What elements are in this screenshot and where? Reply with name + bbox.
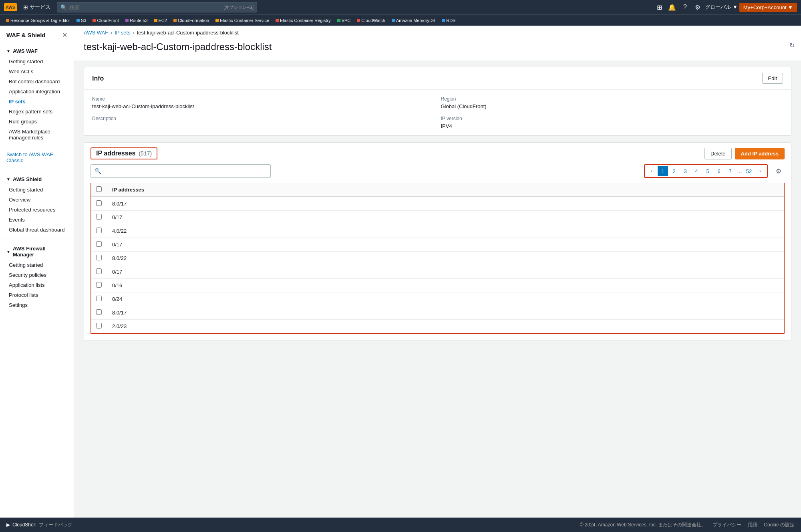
sidebar-item-rule-groups[interactable]: Rule groups [0,117,74,127]
service-tag-ecs[interactable]: Elastic Container Service [213,17,272,24]
service-tag-route53[interactable]: Route 53 [123,17,151,24]
grid-icon-button[interactable]: ⊞ [654,2,665,13]
pagination-page-2[interactable]: 2 [669,166,679,176]
table-settings-button[interactable]: ⚙ [773,165,785,177]
row-checkbox-8[interactable] [96,309,102,315]
service-tag-ec2[interactable]: EC2 [151,17,170,24]
sidebar-item-regex-pattern-sets[interactable]: Regex pattern sets [0,107,74,117]
refresh-button[interactable]: ↻ [789,42,795,49]
service-tag-vpc[interactable]: VPC [334,17,354,24]
breadcrumb-link-ipsets[interactable]: IP sets [115,30,131,36]
pagination-prev[interactable]: ‹ [646,166,657,176]
global-search[interactable]: 🔍 [オプション+S] [57,2,257,12]
sidebar-item-protocol-lists[interactable]: Protocol lists [0,290,74,300]
sidebar-switch-classic[interactable]: Switch to AWS WAF Classic [0,149,74,165]
pagination: ‹ 1 2 3 4 5 6 7 … 52 › [644,164,768,178]
sidebar-title: WAF & Shield [6,32,46,38]
search-input-wrap: 🔍 [91,164,271,178]
sidebar-divider-2 [0,169,74,169]
sidebar-section-shield[interactable]: ▼ AWS Shield [0,172,74,185]
sidebar-item-global-threat[interactable]: Global threat dashboard [0,225,74,235]
sidebar-header: WAF & Shield ✕ [0,26,74,44]
aws-logo: AWS [4,3,17,11]
service-tag-cloudwatch[interactable]: CloudWatch [354,17,388,24]
breadcrumb-link-waf[interactable]: AWS WAF [84,30,108,36]
service-tag-ecr[interactable]: Elastic Container Registry [273,17,334,24]
search-input[interactable] [69,4,221,10]
sidebar-close-button[interactable]: ✕ [62,31,67,39]
table-row: 0/17 [91,265,784,279]
search-pagination-row: 🔍 ‹ 1 2 3 4 5 6 [84,164,791,183]
row-checkbox-2[interactable] [96,228,102,233]
sidebar-item-security-policies[interactable]: Security policies [0,270,74,280]
pagination-page-52[interactable]: 52 [744,166,754,176]
sidebar-item-application-lists[interactable]: Application lists [0,280,74,290]
sidebar-item-getting-started[interactable]: Getting started [0,56,74,66]
pagination-page-6[interactable]: 6 [714,166,724,176]
bell-icon-button[interactable]: 🔔 [666,2,678,13]
firewall-section-arrow: ▼ [6,250,10,254]
info-value-region: Global (CloudFront) [441,103,783,109]
feedback-link[interactable]: フィードバック [39,522,72,528]
nav-right: ⊞ 🔔 ? ⚙ グローバル ▼ My+Corp+Account ▼ [654,2,797,13]
breadcrumb-current: test-kaji-web-acl-Custom-ipaddress-block… [137,30,239,36]
pagination-page-5[interactable]: 5 [702,166,713,176]
row-checkbox-1[interactable] [96,214,102,220]
row-checkbox-cell [91,224,107,238]
sidebar-item-protected-resources[interactable]: Protected resources [0,205,74,215]
col-ip-addresses: IP addresses [107,183,784,197]
global-region-button[interactable]: グローバル ▼ [705,4,737,11]
select-all-checkbox[interactable] [96,186,102,192]
row-checkbox-3[interactable] [96,241,102,247]
info-label-name: Name [92,96,435,102]
sidebar-item-shield-overview[interactable]: Overview [0,195,74,205]
service-tag-s3[interactable]: S3 [74,17,89,24]
pagination-page-4[interactable]: 4 [691,166,702,176]
sidebar-item-ip-sets[interactable]: IP sets [0,97,74,107]
add-ip-button[interactable]: Add IP address [735,148,785,159]
pagination-page-1[interactable]: 1 [658,166,668,176]
sidebar-section-firewall[interactable]: ▼ AWS Firewall Manager [0,242,74,260]
services-menu-button[interactable]: ⊞ サービス [20,2,54,12]
sidebar-item-settings[interactable]: Settings [0,300,74,310]
edit-button[interactable]: Edit [762,73,783,84]
sidebar-item-aws-marketplace[interactable]: AWS Marketplace managed rules [0,127,74,143]
row-checkbox-5[interactable] [96,268,102,274]
footer-cookie-link[interactable]: Cookie の設定 [764,522,795,528]
info-field-region: Region Global (CloudFront) [441,96,783,109]
row-checkbox-cell [91,306,107,320]
cloudshell-button[interactable]: ▶ CloudShell [6,522,36,528]
footer-terms-link[interactable]: 用語 [748,522,757,528]
row-checkbox-6[interactable] [96,282,102,288]
row-checkbox-4[interactable] [96,255,102,260]
service-tag-memorydb[interactable]: Amazon MemoryDB [389,17,438,24]
pagination-page-7[interactable]: 7 [725,166,735,176]
pagination-next[interactable]: › [755,166,765,176]
account-menu-button[interactable]: My+Corp+Account ▼ [739,3,797,12]
sidebar-section-waf[interactable]: ▼ AWS WAF [0,44,74,56]
sidebar-item-fw-getting-started[interactable]: Getting started [0,260,74,270]
sidebar-item-shield-getting-started[interactable]: Getting started [0,185,74,195]
sidebar-item-events[interactable]: Events [0,215,74,225]
delete-button[interactable]: Delete [704,148,732,159]
help-icon-button[interactable]: ? [679,2,690,13]
row-checkbox-7[interactable] [96,296,102,301]
sidebar-item-bot-control[interactable]: Bot control dashboard [0,77,74,87]
service-tag-rds[interactable]: RDS [439,17,458,24]
row-checkbox-0[interactable] [96,200,102,206]
service-tag-cloudfront[interactable]: CloudFront [90,17,121,24]
service-tag-cloudformation[interactable]: CloudFormation [171,17,212,24]
row-checkbox-9[interactable] [96,323,102,328]
ip-search-input[interactable] [91,164,271,178]
sidebar-item-web-acls[interactable]: Web ACLs [0,66,74,77]
service-tag-resource-groups[interactable]: Resource Groups & Tag Editor [3,17,73,24]
settings-icon-button[interactable]: ⚙ [692,2,703,13]
sidebar-item-app-integration[interactable]: Application integration [0,87,74,97]
row-checkbox-cell [91,279,107,292]
footer-privacy-link[interactable]: プライバシー [712,522,741,528]
row-ip-cell: 0/24 [107,292,784,306]
table-row: 8.0/17 [91,306,784,320]
search-icon: 🔍 [95,168,101,174]
breadcrumb-sep-2: › [133,30,135,36]
pagination-page-3[interactable]: 3 [680,166,690,176]
